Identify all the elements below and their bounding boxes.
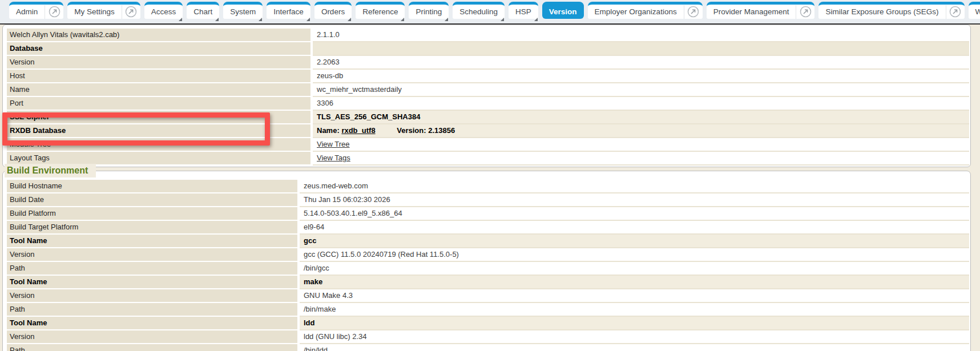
tab-label[interactable]: Similar Exposure Groups (SEGs) [818,5,945,19]
build-environment-heading: Build Environment [5,164,96,177]
tab-label[interactable]: Employer Organizations [588,5,684,19]
app-window: Admin My Settings Access Chart System In… [0,0,980,351]
tab-employer-organizations[interactable]: Employer Organizations [588,2,703,19]
row-value: 2.2063 [313,56,969,68]
tab-label[interactable]: System [223,5,263,19]
row-value: /bin/make [300,303,969,316]
tab-label[interactable]: Interface [267,5,310,19]
table-row: Version ldd (GNU libc) 2.34 [7,330,969,343]
dropdown-corner-icon [306,18,310,21]
popout-icon[interactable] [946,5,965,19]
tab-label[interactable]: Version [542,5,584,19]
row-label: Host [7,70,310,82]
table-row-ssl-cipher: SSL Cipher TLS_AES_256_GCM_SHA384 [7,111,969,123]
tab-orders[interactable]: Orders [314,2,352,19]
table-row-tool-name: Tool Name gcc [7,235,969,247]
row-value: ldd (GNU libc) 2.34 [300,330,969,343]
tab-label[interactable]: Orders [314,5,352,19]
row-value: /bin/ldd [300,344,969,351]
row-label: Module Tree [7,138,310,151]
content-area: Welch Allyn Vitals (wavitals2.cab) 2.1.1… [0,25,980,351]
rxdb-version-value: 2.13856 [428,126,455,135]
row-value: gcc [300,235,969,247]
row-label: Build Date [7,193,297,206]
tab-printing[interactable]: Printing [409,2,449,19]
tab-work-lo-truncated[interactable]: Work Lo [969,2,980,19]
row-value: zeus-db [313,70,969,82]
rxdb-name-label: Name: [317,126,340,135]
tab-access[interactable]: Access [144,2,183,19]
table-row: Build Date Thu Jan 15 06:02:30 2026 [7,193,969,206]
rxdb-name-link[interactable]: rxdb_utf8 [341,126,375,135]
view-tags-link[interactable]: View Tags [317,154,350,162]
tab-similar-exposure-groups[interactable]: Similar Exposure Groups (SEGs) [818,2,964,19]
row-label: Tool Name [7,317,297,329]
tab-reference[interactable]: Reference [356,2,405,19]
tab-label[interactable]: Printing [409,5,449,19]
table-row-tool-name: Tool Name make [7,276,969,288]
table-row-module-tree: Module Tree View Tree [7,138,969,151]
tab-my-settings[interactable]: My Settings [67,2,140,19]
row-label: Database [7,42,310,55]
row-label: Version [7,289,297,302]
row-value: View Tags [313,152,969,164]
dropdown-corner-icon [179,18,182,21]
tab-hsp[interactable]: HSP [509,2,538,19]
table-row: Build Platform 5.14.0-503.40.1.el9_5.x86… [7,207,969,220]
row-label: SSL Cipher [7,111,310,123]
tab-label[interactable]: Chart [187,5,219,19]
tab-system[interactable]: System [223,2,263,19]
row-value: Name: rxdb_utf8 Version: 2.13856 [313,124,969,137]
tab-label[interactable]: HSP [509,5,538,19]
table-row-layout-tags: Layout Tags View Tags [7,152,969,164]
tab-label[interactable]: Scheduling [453,5,505,19]
tab-label[interactable]: Work Lo [969,5,980,19]
tab-label[interactable]: Provider Management [707,5,796,19]
build-environment-panel: Build Environment Build Hostname zeus.me… [2,171,971,351]
row-label: Path [7,262,297,275]
tab-version[interactable]: Version [542,2,584,19]
table-row: Welch Allyn Vitals (wavitals2.cab) 2.1.1… [7,29,969,41]
row-value [313,42,969,55]
table-row-rxdb-database: RXDB Database Name: rxdb_utf8 Version: 2… [7,124,969,137]
tab-label[interactable]: Access [144,5,183,19]
tab-admin[interactable]: Admin [9,2,63,19]
row-label: Welch Allyn Vitals (wavitals2.cab) [7,29,310,41]
table-section-row: Database [7,42,969,55]
tab-label[interactable]: My Settings [67,5,122,19]
tab-interface[interactable]: Interface [267,2,310,19]
popout-icon[interactable] [45,5,63,19]
dropdown-corner-icon [534,18,538,21]
tab-bar: Admin My Settings Access Chart System In… [0,0,980,23]
row-value: el9-64 [300,221,969,233]
dropdown-corner-icon [215,18,219,21]
tab-label[interactable]: Admin [9,5,45,19]
version-info-panel: Welch Allyn Vitals (wavitals2.cab) 2.1.1… [2,25,971,167]
row-value: ldd [300,317,969,329]
row-value: wc_miehr_wctmasterdaily [313,83,969,96]
table-row: Name wc_miehr_wctmasterdaily [7,83,969,96]
popout-icon[interactable] [796,5,814,19]
table-row: Path /bin/ldd [7,344,969,351]
popout-icon[interactable] [684,5,703,19]
row-label: Layout Tags [7,152,310,164]
view-tree-link[interactable]: View Tree [317,140,350,148]
table-row: Build Hostname zeus.med-web.com [7,180,969,192]
row-label: Build Target Platform [7,221,297,233]
row-label: Version [7,330,297,343]
tab-scheduling[interactable]: Scheduling [453,2,505,19]
row-label: Tool Name [7,235,297,247]
table-row: Version gcc (GCC) 11.5.0 20240719 (Red H… [7,248,969,261]
popout-icon[interactable] [122,5,140,19]
row-label: Version [7,56,310,68]
row-value: GNU Make 4.3 [300,289,969,302]
row-label: Path [7,344,297,351]
dropdown-corner-icon [348,18,351,21]
tab-label[interactable]: Reference [356,5,405,19]
tab-provider-management[interactable]: Provider Management [707,2,815,19]
tab-chart[interactable]: Chart [187,2,219,19]
dropdown-corner-icon [445,18,448,21]
row-value: make [300,276,969,288]
rxdb-version-label: Version: [397,126,426,135]
dropdown-corner-icon [401,18,404,21]
